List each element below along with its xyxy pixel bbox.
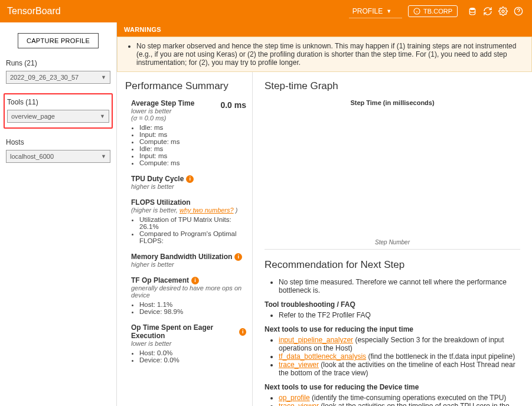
flops-list: Utilization of TPU Matrix Units: 26.1%Co… <box>131 216 246 244</box>
warnings-header: WARNINGS <box>117 22 532 37</box>
data-icon[interactable] <box>466 5 479 18</box>
chart-title: Step Time (in milliseconds) <box>265 99 520 106</box>
sidebar: CAPTURE PROFILE Runs (21) 2022_09_26_23_… <box>0 22 117 406</box>
warnings-body: No step marker observed and hence the st… <box>117 37 532 72</box>
corp-label: TB.CORP <box>423 8 452 15</box>
runs-select[interactable]: 2022_09_26_23_30_57 ▼ <box>6 71 110 84</box>
capture-profile-button[interactable]: CAPTURE PROFILE <box>18 33 99 48</box>
duty-sub: higher is better <box>131 183 246 190</box>
hosts-group: Hosts localhost_6000 ▼ <box>4 136 113 165</box>
device-list: op_profile (identify the time-consuming … <box>265 394 520 406</box>
refresh-icon[interactable] <box>481 5 494 18</box>
hosts-label: Hosts <box>6 138 110 146</box>
tools-select[interactable]: overview_page ▼ <box>7 110 109 123</box>
tfop-title: TF Op Placement <box>131 276 189 284</box>
help-icon[interactable] <box>512 5 525 18</box>
input-list: input_pipeline_analyzer (especially Sect… <box>265 336 520 377</box>
hosts-select[interactable]: localhost_6000 ▼ <box>6 150 110 163</box>
flops-sub: (higher is better, why two numbers? ) <box>131 207 246 214</box>
gear-icon[interactable] <box>497 5 510 18</box>
corp-button[interactable]: TB.CORP <box>408 5 458 17</box>
info-icon[interactable]: i <box>191 277 199 284</box>
duty-title: TPU Duty Cycle <box>131 175 184 183</box>
list-item: Device: 0.0% <box>139 356 246 364</box>
list-item: tf_data_bottleneck_analysis (find the bo… <box>279 352 520 361</box>
chevron-down-icon: ▼ <box>101 74 106 80</box>
duty-block: TPU Duty Cycle i higher is better <box>131 175 246 190</box>
content: WARNINGS No step marker observed and hen… <box>117 22 532 406</box>
tools-group: Tools (11) overview_page ▼ <box>4 93 113 129</box>
rec-link[interactable]: input_pipeline_analyzer <box>279 336 353 344</box>
avg-step-list: Idle: msInput: msCompute: msIdle: msInpu… <box>131 124 246 166</box>
runs-group: Runs (21) 2022_09_26_23_30_57 ▼ <box>4 57 113 86</box>
step-graph-heading: Step-time Graph <box>265 80 520 92</box>
tools-value: overview_page <box>11 113 55 120</box>
step-graph: Step Time (in milliseconds) Step Number <box>265 99 520 250</box>
input-label: Next tools to use for reducing the input… <box>265 325 520 333</box>
eager-list: Host: 0.0%Device: 0.0% <box>131 349 246 364</box>
mem-sub: higher is better <box>131 261 246 268</box>
list-item: input_pipeline_analyzer (especially Sect… <box>279 336 520 352</box>
flops-block: FLOPS Utilization (higher is better, why… <box>131 198 246 244</box>
chevron-down-icon: ▼ <box>101 153 106 159</box>
list-item: Idle: ms <box>139 124 246 131</box>
avg-step-sub2: (σ = 0.0 ms) <box>131 114 194 122</box>
list-item: Device: 98.9% <box>139 308 246 315</box>
list-item: Input: ms <box>139 131 246 138</box>
list-item: Host: 1.1% <box>139 301 246 308</box>
list-item: Host: 0.0% <box>139 349 246 356</box>
rec-heading: Recommendation for Next Step <box>265 259 520 271</box>
eager-title: Op Time Spent on Eager Execution <box>131 323 237 340</box>
hosts-value: localhost_6000 <box>10 153 54 160</box>
chevron-down-icon: ▼ <box>100 113 105 119</box>
avg-step-block: Average Step Time lower is better (σ = 0… <box>131 99 246 166</box>
avg-step-sub1: lower is better <box>131 107 194 114</box>
list-item: Utilization of TPU Matrix Units: 26.1% <box>139 216 246 230</box>
app-title: TensorBoard <box>7 6 61 17</box>
avg-step-value: 0.0 ms <box>220 100 246 110</box>
chevron-down-icon: ▼ <box>386 8 391 14</box>
rec-line: No step time measured. Therefore we cann… <box>279 278 520 294</box>
rec-link[interactable]: op_profile <box>279 394 310 402</box>
list-item: trace_viewer (look at the activities on … <box>279 402 520 406</box>
list-item: Compute: ms <box>139 138 246 145</box>
faq-item: Refer to the TF2 Profiler FAQ <box>279 311 520 319</box>
list-item: Input: ms <box>139 152 246 159</box>
flops-title: FLOPS Utilization <box>131 198 246 207</box>
warning-item: No step marker observed and hence the st… <box>136 42 522 67</box>
tfop-list: Host: 1.1%Device: 98.9% <box>131 301 246 315</box>
mem-block: Memory Bandwidth Utilization i higher is… <box>131 253 246 268</box>
mode-select[interactable]: PROFILE ▼ <box>349 5 402 18</box>
right-panel: Step-time Graph Step Time (in millisecon… <box>253 72 532 406</box>
perf-heading: Performance Summary <box>125 80 246 92</box>
eager-sub: lower is better <box>131 340 246 347</box>
svg-point-3 <box>469 8 475 10</box>
tools-label: Tools (11) <box>7 98 109 106</box>
chart-axis-label: Step Number <box>375 239 410 245</box>
rec-link[interactable]: tf_data_bottleneck_analysis <box>279 352 366 361</box>
runs-value: 2022_09_26_23_30_57 <box>10 74 79 81</box>
info-icon[interactable]: i <box>186 175 194 183</box>
tfop-sub: generally desired to have more ops on de… <box>131 284 246 299</box>
list-item: op_profile (identify the time-consuming … <box>279 394 520 402</box>
faq-label: Tool troubleshooting / FAQ <box>265 300 520 309</box>
rec-link[interactable]: trace_viewer <box>279 402 319 406</box>
info-icon[interactable]: i <box>234 253 242 261</box>
list-item: Idle: ms <box>139 145 246 152</box>
eager-block: Op Time Spent on Eager Execution i lower… <box>131 323 246 364</box>
topbar: TensorBoard PROFILE ▼ TB.CORP <box>0 0 532 22</box>
avg-step-title: Average Step Time <box>131 99 194 107</box>
list-item: trace_viewer (look at the activities on … <box>279 361 520 377</box>
mem-title: Memory Bandwidth Utilization <box>131 253 232 261</box>
svg-point-4 <box>502 10 504 12</box>
runs-label: Runs (21) <box>6 59 110 67</box>
rec-link[interactable]: trace_viewer <box>279 361 319 369</box>
info-icon[interactable]: i <box>239 328 246 336</box>
tfop-block: TF Op Placement i generally desired to h… <box>131 276 246 315</box>
device-label: Next tools to use for reducing the Devic… <box>265 383 520 391</box>
performance-panel: Performance Summary Average Step Time lo… <box>117 72 253 406</box>
flops-link[interactable]: why two numbers? <box>179 207 234 214</box>
mode-label: PROFILE <box>353 7 383 15</box>
info-icon <box>413 8 420 15</box>
list-item: Compared to Program's Optimal FLOPS: <box>139 230 246 244</box>
